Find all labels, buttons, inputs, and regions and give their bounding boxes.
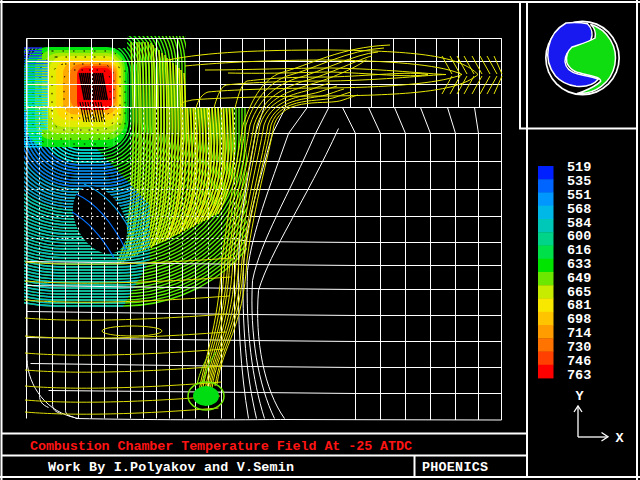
svg-text:681: 681 (567, 298, 591, 313)
svg-text:519: 519 (567, 160, 591, 175)
svg-text:568: 568 (567, 202, 591, 217)
svg-text:730: 730 (567, 340, 591, 355)
svg-text:Y: Y (576, 389, 585, 404)
svg-text:649: 649 (567, 271, 591, 286)
svg-text:PHOENICS: PHOENICS (422, 460, 488, 475)
svg-text:665: 665 (567, 285, 591, 300)
svg-text:X: X (616, 431, 625, 446)
svg-text:551: 551 (567, 188, 591, 203)
svg-text:584: 584 (567, 216, 591, 231)
svg-text:746: 746 (567, 354, 591, 369)
svg-text:600: 600 (567, 229, 591, 244)
svg-text:Work By I.Polyakov and V.Semin: Work By I.Polyakov and V.Semin (48, 460, 294, 475)
svg-text:714: 714 (567, 326, 591, 341)
svg-text:616: 616 (567, 243, 591, 258)
svg-text:763: 763 (567, 368, 591, 383)
svg-text:698: 698 (567, 312, 591, 327)
svg-text:535: 535 (567, 174, 591, 189)
svg-text:633: 633 (567, 257, 591, 272)
svg-text:Combustion Chamber Temperature: Combustion Chamber Temperature Field At … (30, 439, 412, 454)
